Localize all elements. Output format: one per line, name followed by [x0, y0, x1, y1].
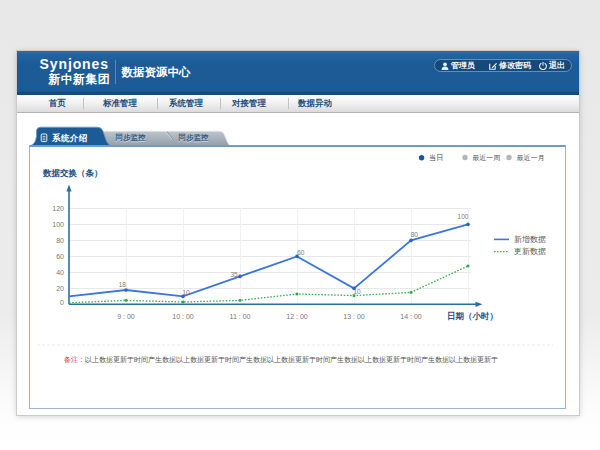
- svg-text:最近一月: 最近一月: [517, 154, 545, 162]
- svg-text:新增数据: 新增数据: [514, 235, 546, 244]
- svg-text:同步监控: 同步监控: [179, 133, 210, 142]
- svg-text:9 : 00: 9 : 00: [117, 313, 135, 320]
- svg-text:18: 18: [119, 281, 127, 288]
- svg-text:同步监控: 同步监控: [116, 133, 147, 142]
- svg-text:10 : 00: 10 : 00: [172, 313, 194, 320]
- svg-text:11 : 00: 11 : 00: [230, 313, 251, 320]
- svg-text:0: 0: [60, 299, 64, 306]
- svg-text:60: 60: [56, 253, 64, 260]
- svg-text:100: 100: [52, 221, 64, 228]
- svg-text:12 : 00: 12 : 00: [286, 313, 308, 320]
- svg-text:数据交换（条）: 数据交换（条）: [42, 168, 103, 178]
- svg-text:更新数据: 更新数据: [514, 247, 546, 256]
- svg-text:60: 60: [297, 249, 305, 256]
- svg-text:20: 20: [56, 285, 64, 292]
- svg-text:10: 10: [353, 288, 361, 295]
- svg-text:80: 80: [56, 237, 64, 244]
- svg-text:100: 100: [458, 213, 469, 220]
- svg-text:120: 120: [52, 205, 64, 212]
- svg-text:备注：以上数据更新于时间产生数据以上数据更新于时间产生数据以: 备注：以上数据更新于时间产生数据以上数据更新于时间产生数据以上数据更新于时间产生…: [64, 355, 498, 364]
- svg-text:40: 40: [56, 269, 64, 276]
- svg-text:日期（小时）: 日期（小时）: [447, 311, 498, 321]
- svg-text:80: 80: [411, 231, 419, 238]
- svg-text:13 : 00: 13 : 00: [343, 313, 365, 320]
- svg-text:14 : 00: 14 : 00: [400, 313, 422, 320]
- svg-text:10: 10: [182, 289, 190, 296]
- svg-text:35: 35: [230, 271, 238, 278]
- svg-text:当日: 当日: [429, 153, 443, 162]
- svg-text:系统介绍: 系统介绍: [51, 133, 88, 143]
- svg-text:最近一周: 最近一周: [472, 154, 500, 161]
